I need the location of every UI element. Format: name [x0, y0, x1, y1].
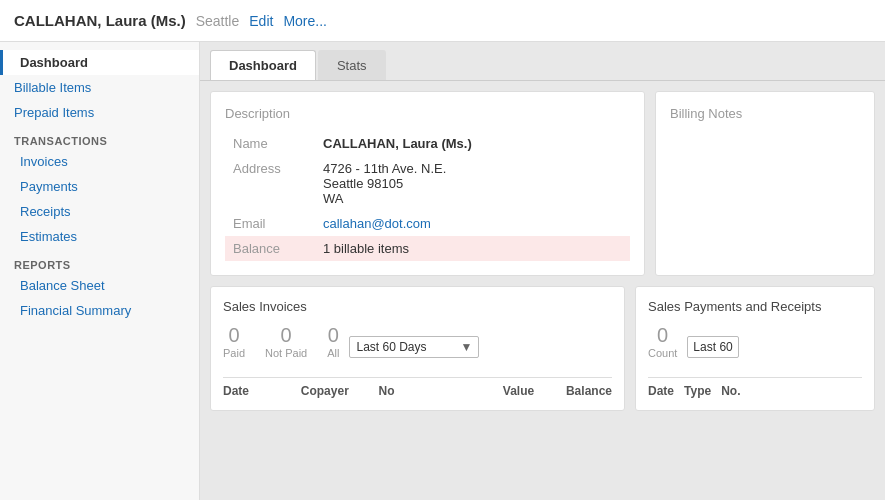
edit-button[interactable]: Edit [249, 13, 273, 29]
sidebar-item-prepaid-items[interactable]: Prepaid Items [0, 100, 199, 125]
invoices-stats-row: 0 Paid 0 Not Paid 0 All Last 60 [223, 324, 612, 369]
sidebar-item-payments[interactable]: Payments [0, 174, 199, 199]
col-no: No [379, 384, 457, 398]
col-date: Date [223, 384, 301, 398]
balance-label: Balance [225, 236, 315, 261]
pcol-date: Date [648, 384, 674, 398]
tab-bar: Dashboard Stats [200, 42, 885, 81]
more-button[interactable]: More... [283, 13, 327, 29]
email-label: Email [225, 211, 315, 236]
payment-count-stat: 0 Count [648, 324, 677, 359]
sales-invoices-card: Sales Invoices 0 Paid 0 Not Paid 0 [210, 286, 625, 411]
reports-section-label: REPORTS [0, 249, 199, 273]
payment-count-label: Count [648, 347, 677, 359]
sales-payments-card: Sales Payments and Receipts 0 Count Last… [635, 286, 875, 411]
top-cards: Description Name CALLAHAN, Laura (Ms.) A… [200, 81, 885, 286]
payments-stats-row: 0 Count Last 60 [648, 324, 862, 369]
not-paid-label: Not Paid [265, 347, 307, 359]
email-row: Email callahan@dot.com [225, 211, 630, 236]
all-label: All [327, 347, 339, 359]
not-paid-stat: 0 Not Paid [265, 324, 307, 359]
name-row: Name CALLAHAN, Laura (Ms.) [225, 131, 630, 156]
patient-name: CALLAHAN, Laura (Ms.) [14, 12, 186, 29]
pcol-type: Type [684, 384, 711, 398]
sidebar-item-billable-items[interactable]: Billable Items [0, 75, 199, 100]
sales-payments-title: Sales Payments and Receipts [648, 299, 862, 314]
address-label: Address [225, 156, 315, 211]
all-stat: 0 All [327, 324, 339, 359]
col-balance: Balance [534, 384, 612, 398]
sidebar-item-estimates[interactable]: Estimates [0, 224, 199, 249]
balance-row: Balance 1 billable items [225, 236, 630, 261]
invoices-table-header: Date Copayer No Value Balance [223, 377, 612, 398]
paid-count: 0 [223, 324, 245, 347]
paid-label: Paid [223, 347, 245, 359]
paid-stat: 0 Paid [223, 324, 245, 359]
header: CALLAHAN, Laura (Ms.) Seattle Edit More.… [0, 0, 885, 42]
description-card: Description Name CALLAHAN, Laura (Ms.) A… [210, 91, 645, 276]
payment-count: 0 [648, 324, 677, 347]
transactions-section-label: TRANSACTIONS [0, 125, 199, 149]
all-count: 0 [327, 324, 339, 347]
tab-stats[interactable]: Stats [318, 50, 386, 80]
description-title: Description [225, 106, 630, 121]
sales-invoices-title: Sales Invoices [223, 299, 612, 314]
sidebar-item-balance-sheet[interactable]: Balance Sheet [0, 273, 199, 298]
tab-dashboard[interactable]: Dashboard [210, 50, 316, 80]
description-table: Name CALLAHAN, Laura (Ms.) Address 4726 … [225, 131, 630, 261]
bottom-cards: Sales Invoices 0 Paid 0 Not Paid 0 [200, 286, 885, 421]
invoice-stats: 0 Paid 0 Not Paid 0 All [223, 324, 339, 359]
invoices-date-filter-dropdown[interactable]: Last 60 Days ▼ [349, 336, 479, 358]
address-row: Address 4726 - 11th Ave. N.E. Seattle 98… [225, 156, 630, 211]
sidebar: Dashboard Billable Items Prepaid Items T… [0, 42, 200, 500]
email-value: callahan@dot.com [315, 211, 630, 236]
payments-date-filter-dropdown[interactable]: Last 60 [687, 336, 738, 358]
chevron-down-icon: ▼ [461, 340, 473, 354]
sidebar-item-receipts[interactable]: Receipts [0, 199, 199, 224]
payments-table-header: Date Type No. [648, 377, 862, 398]
sidebar-item-financial-summary[interactable]: Financial Summary [0, 298, 199, 323]
patient-city: Seattle [196, 13, 240, 29]
main-content: Dashboard Stats Description Name CALLAHA… [200, 42, 885, 500]
balance-value: 1 billable items [315, 236, 630, 261]
address-value: 4726 - 11th Ave. N.E. Seattle 98105 WA [315, 156, 630, 211]
col-value: Value [456, 384, 534, 398]
pcol-no: No. [721, 384, 740, 398]
billing-notes-card: Billing Notes [655, 91, 875, 276]
name-label: Name [225, 131, 315, 156]
sidebar-item-invoices[interactable]: Invoices [0, 149, 199, 174]
name-value: CALLAHAN, Laura (Ms.) [315, 131, 630, 156]
not-paid-count: 0 [265, 324, 307, 347]
billing-notes-title: Billing Notes [670, 106, 860, 121]
sidebar-item-dashboard[interactable]: Dashboard [0, 50, 199, 75]
col-copayer: Copayer [301, 384, 379, 398]
